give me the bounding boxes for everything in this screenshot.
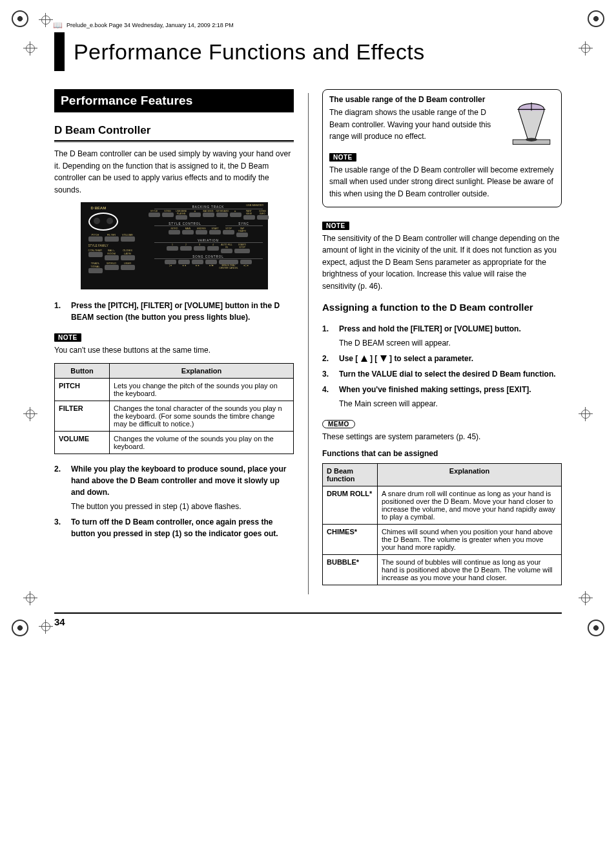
panel-volume-button [121,236,135,242]
book-icon: 📖 [53,21,63,30]
step-3: To turn off the D Beam controller, once … [54,516,294,539]
step-1: Press the [PITCH], [FILTER] or [VOLUME] … [54,300,294,323]
panel-sc-button [169,230,180,235]
panel-bt-button [257,215,269,220]
step-3-text: To turn off the D Beam controller, once … [71,516,294,539]
panel-song: ►► [192,264,203,267]
arrow-up-icon [361,355,367,362]
table-header-function: D Beam function [323,464,378,486]
panel-song-button [192,260,203,264]
usable-range-box: The usable range of the D Beam controlle… [322,89,562,207]
panel-bt-button [176,215,187,220]
panel-bt-button [162,213,174,217]
assign-step-2-post: ] to select a parameter. [389,354,473,363]
cell-explanation: The sound of bubbles will continue as lo… [378,555,562,585]
panel-song: ►|◄ [240,264,252,267]
panel-song: ◄◄ [178,264,190,267]
beam-range-icon [508,99,555,148]
arrow-down-icon [380,355,387,362]
assign-step-4-sub: The Main screen will appear. [339,398,562,410]
crop-mark [588,620,604,636]
panel-bt: SONG INFO [257,210,269,215]
box-note-text: The usable range of the D Beam controlle… [329,164,555,200]
table-row: FILTER Changes the tonal character of th… [55,401,294,431]
box-body: The diagram shows the usable range of th… [329,107,504,143]
control-panel-image: D BEAM PITCH FILTER VOLUME STYLE FAMILY … [81,202,268,289]
panel-sc-button [182,230,194,235]
panel-sf-button [88,268,103,273]
panel-pitch-button [88,236,103,242]
header-text: Prelude_e.book Page 34 Wednesday, Januar… [67,22,234,28]
panel-sf-button [121,255,135,260]
registration-mark [41,16,50,25]
cell-button: VOLUME [55,431,110,454]
note-text: You can't use these buttons at the same … [54,344,294,357]
panel-bt-button [230,213,241,217]
table-header-explanation: Explanation [378,464,562,486]
panel-sf-button [105,255,119,260]
assign-step-1-text: Press and hold the [FILTER] or [VOLUME] … [339,323,562,335]
table-header-button: Button [55,363,110,378]
step-2-text: While you play the keyboard to produce s… [71,463,294,498]
table-row: PITCH Lets you change the pitch of the s… [55,378,294,401]
panel-sync-label: SYNC [225,222,263,226]
cell-explanation: Changes the volume of the sounds you pla… [110,431,294,454]
cell-button: PITCH [55,378,110,401]
panel-sf: OLDIES LATIN [121,249,135,255]
svg-point-4 [526,138,537,141]
panel-var-button [194,246,205,251]
panel-sf-button [88,252,103,257]
table-row: DRUM ROLL* A snare drum roll will contin… [323,486,562,525]
panel-bt-button [149,213,160,217]
assign-step-4-text: When you've finished making settings, pr… [339,384,562,395]
panel-var: AUTO FILL IN [221,244,232,249]
step-2: While you play the keyboard to produce s… [54,463,294,512]
panel-sc-button [236,233,248,237]
panel-stylecontrol-label: STYLE CONTROL [154,222,216,226]
table-row: BUBBLE* The sound of bubbles will contin… [323,555,562,585]
function-table: D Beam function Explanation DRUM ROLL* A… [322,463,562,585]
panel-var-button [221,249,232,253]
note-badge: NOTE [322,222,349,230]
button-table: Button Explanation PITCH Lets you change… [54,363,294,454]
panel-usb-label: USB MEMORY [246,203,263,207]
cell-function: CHIMES* [323,525,378,555]
chapter-marker [54,32,65,71]
panel-song-button [165,260,176,264]
memo-badge: MEMO [322,420,355,428]
assign-step-2-pre: Use [ [339,354,358,363]
panel-song-button [219,260,238,264]
assign-step-3-text: Turn the VALUE dial to select the desire… [339,368,562,380]
panel-bt: PART VIEW [243,210,255,215]
sub-heading-dbeam: D Beam Controller [54,124,294,141]
panel-bt-button [243,215,255,220]
assign-step-1-sub: The D BEAM screen will appear. [339,337,562,349]
assign-step-2: Use [ ] [ ] to select a parameter. [322,353,562,364]
cell-function: BUBBLE* [323,555,378,585]
panel-bt-button [216,213,228,217]
panel-var-button [207,246,219,251]
pdf-header-stamp: 📖 Prelude_e.book Page 34 Wednesday, Janu… [53,21,234,30]
cell-button: FILTER [55,401,110,431]
cell-explanation: Chimes will sound when you position your… [378,525,562,555]
cell-explanation: Changes the tonal character of the sound… [110,401,294,431]
step-1-text: Press the [PITCH], [FILTER] or [VOLUME] … [71,300,294,323]
panel-bt-button [203,213,214,217]
memo-text: These settings are system parameters (p.… [322,431,562,443]
panel-var-button [167,246,178,251]
cell-function: DRUM ROLL* [323,486,378,525]
panel-song-button [205,260,217,264]
cell-explanation: Lets you change the pitch of the sounds … [110,378,294,401]
panel-filter-button [105,236,119,242]
table-header-explanation: Explanation [110,363,294,378]
assign-step-3: Turn the VALUE dial to select the desire… [322,368,562,380]
assign-step-1: Press and hold the [FILTER] or [VOLUME] … [322,323,562,349]
panel-sf: TRADI-TIONAL [88,262,103,268]
panel-bt-button [189,213,201,217]
panel-song: ►/■ [205,264,217,267]
footer-rule [54,612,562,614]
cell-explanation: A snare drum roll will continue as long … [378,486,562,525]
panel-song: MINUS ONE/ CENTER CANCEL [219,264,238,269]
table-row: VOLUME Changes the volume of the sounds … [55,431,294,454]
panel-sf-button [105,265,119,270]
